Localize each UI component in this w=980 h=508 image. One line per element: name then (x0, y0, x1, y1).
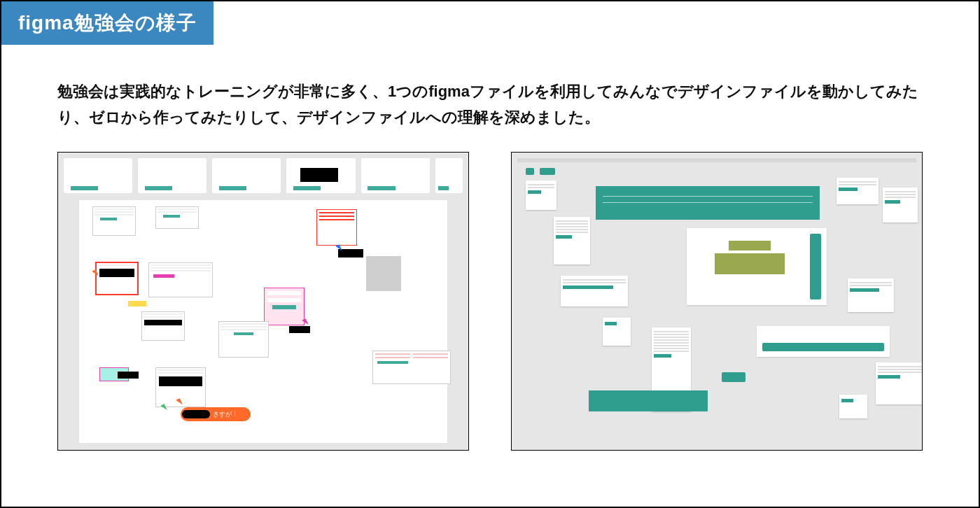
ui-fragment (142, 312, 184, 340)
panel (757, 326, 890, 357)
slide-title-badge: figma勉強会の様子 (1, 1, 214, 45)
screenshot-right (511, 152, 923, 451)
sticky-note (561, 276, 628, 306)
placeholder-box (366, 256, 401, 291)
ui-fragment-selected (97, 263, 137, 294)
ui-fragment (156, 207, 198, 228)
top-toolbar (517, 158, 916, 162)
thumb-card (361, 158, 430, 193)
comment-text: さすが！ (213, 410, 238, 419)
teal-sidebar (810, 234, 821, 299)
thumb-card (435, 158, 463, 193)
sticky-note (836, 178, 878, 204)
redacted-block (118, 372, 139, 379)
sticky-note (883, 188, 918, 223)
top-thumbnail-strip (64, 158, 463, 193)
sticky-note (603, 318, 631, 346)
sticky-note (128, 301, 146, 306)
sticky-note (839, 395, 867, 418)
ui-fragment (149, 263, 212, 297)
ui-fragment (93, 207, 135, 235)
ui-fragment (219, 322, 268, 357)
teal-chip (526, 168, 534, 175)
sticky-note (848, 278, 894, 312)
slide: figma勉強会の様子 勉強会は実践的なトレーニングが非常に多く、1つのfigm… (0, 0, 980, 508)
thumb-card (138, 158, 206, 193)
olive-block (715, 253, 785, 274)
teal-banner (589, 390, 708, 411)
sticky-note (554, 217, 590, 264)
sticky-note (526, 181, 556, 210)
thumb-card (212, 158, 281, 193)
screenshot-left: さすが！ (57, 152, 469, 451)
ui-fragment (373, 351, 450, 383)
teal-banner (596, 186, 820, 220)
comment-bubble: さすが！ (181, 407, 251, 421)
panel (687, 228, 827, 305)
ui-fragment (317, 210, 356, 245)
sticky-note (876, 362, 923, 404)
ui-fragment (265, 288, 304, 325)
screenshot-row: さすが！ (57, 152, 923, 451)
teal-chip (540, 168, 555, 175)
slide-body-text: 勉強会は実践的なトレーニングが非常に多く、1つのfigmaファイルを利用してみん… (57, 78, 923, 131)
figma-canvas: さすが！ (79, 200, 447, 443)
teal-chip (722, 372, 746, 382)
redacted-block (289, 326, 310, 333)
thumb-card-redacted (286, 158, 355, 193)
thumb-card (64, 158, 132, 193)
teal-bar (762, 343, 884, 351)
olive-block (729, 241, 771, 251)
